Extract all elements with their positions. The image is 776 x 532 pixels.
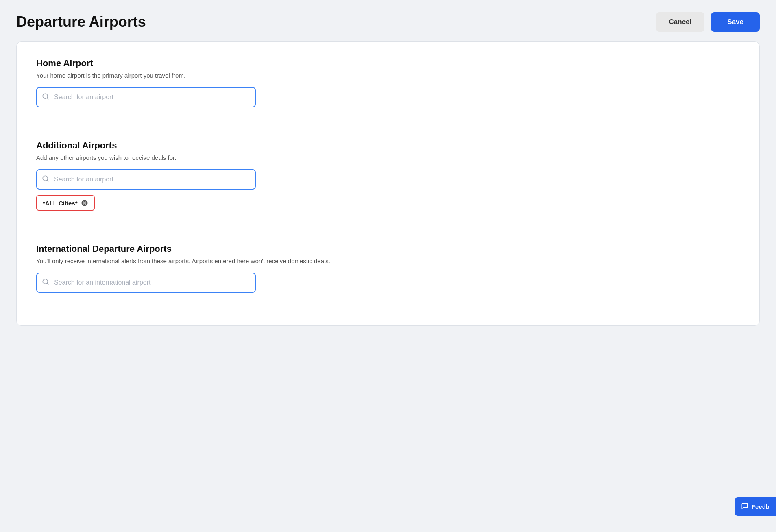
- cancel-button[interactable]: Cancel: [656, 12, 705, 32]
- all-cities-tag: *ALL Cities*: [36, 195, 95, 211]
- home-airport-title: Home Airport: [36, 58, 740, 69]
- international-airports-description: You'll only receive international alerts…: [36, 257, 740, 264]
- international-airports-title: International Departure Airports: [36, 244, 740, 254]
- additional-airports-search-wrapper: [36, 169, 256, 190]
- feedback-chat-icon: [741, 502, 748, 511]
- header-actions: Cancel Save: [656, 12, 760, 32]
- all-cities-tag-label: *ALL Cities*: [43, 200, 78, 207]
- main-card: Home Airport Your home airport is the pr…: [16, 41, 760, 326]
- home-airport-section: Home Airport Your home airport is the pr…: [36, 58, 740, 124]
- page-title: Departure Airports: [16, 13, 146, 31]
- international-airports-search-input[interactable]: [36, 273, 256, 293]
- home-airport-search-input[interactable]: [36, 87, 256, 107]
- home-airport-search-wrapper: [36, 87, 256, 107]
- save-button[interactable]: Save: [711, 12, 760, 32]
- additional-airports-tags: *ALL Cities*: [36, 195, 740, 211]
- page-header: Departure Airports Cancel Save: [16, 12, 760, 32]
- international-airports-section: International Departure Airports You'll …: [36, 227, 740, 309]
- additional-airports-description: Add any other airports you wish to recei…: [36, 154, 740, 161]
- additional-airports-search-input[interactable]: [36, 169, 256, 190]
- feedback-label: Feedb: [752, 503, 769, 510]
- all-cities-tag-remove[interactable]: [81, 199, 88, 207]
- feedback-button[interactable]: Feedb: [735, 497, 776, 516]
- additional-airports-section: Additional Airports Add any other airpor…: [36, 124, 740, 227]
- international-airports-search-wrapper: [36, 273, 256, 293]
- additional-airports-title: Additional Airports: [36, 140, 740, 151]
- home-airport-description: Your home airport is the primary airport…: [36, 72, 740, 79]
